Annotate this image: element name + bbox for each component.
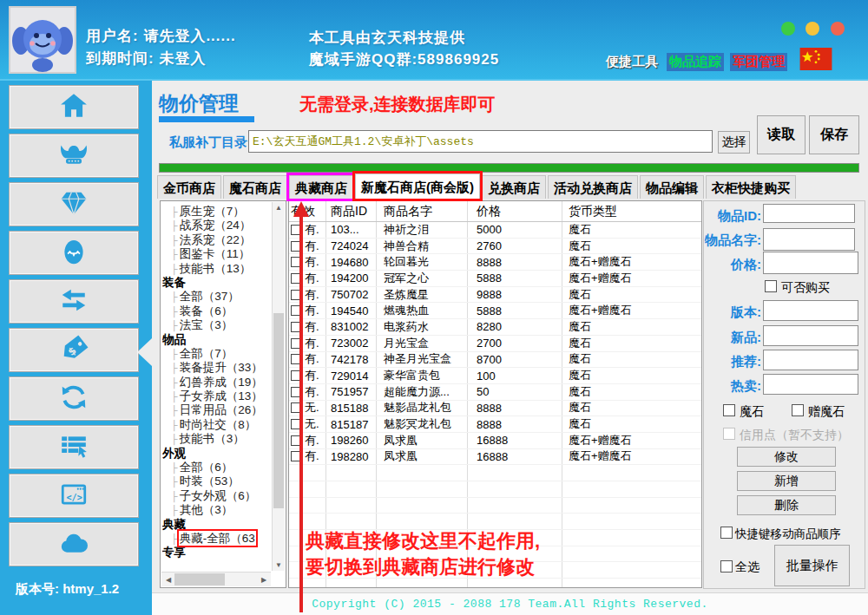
exchange-arrows-button[interactable] [9, 279, 139, 324]
hotkey-move-checkbox[interactable] [720, 527, 733, 539]
scroll-down-icon[interactable]: ▼ [273, 559, 285, 571]
save-button[interactable]: 保存 [809, 115, 859, 154]
magic-stone-checkbox[interactable] [723, 404, 735, 416]
table-edit-button[interactable] [9, 425, 139, 469]
delete-button[interactable]: 删除 [737, 495, 836, 515]
modify-button[interactable]: 修改 [737, 447, 836, 467]
tree-item[interactable]: ├子女养成（13） [162, 389, 271, 403]
tree-item[interactable]: ├幻兽养成（19） [162, 376, 271, 389]
code-window-button[interactable]: </> [9, 474, 139, 518]
patch-dir-input[interactable] [248, 130, 713, 153]
item-tracking-link[interactable]: 物品追踪 [667, 53, 724, 71]
red-dot-icon[interactable] [831, 22, 845, 36]
scroll-thumb[interactable] [273, 313, 284, 508]
tab-gold-shop[interactable]: 金币商店 [157, 175, 221, 199]
column-header[interactable]: 商品ID [326, 201, 377, 221]
tree-item[interactable]: ├法系宠（22） [162, 233, 271, 247]
table-row[interactable] [289, 481, 701, 498]
add-button[interactable]: 新增 [737, 471, 836, 491]
table-row[interactable]: 有.742178神圣月光宝盒8700魔石 [289, 352, 701, 369]
column-header[interactable]: 价格 [468, 201, 562, 221]
table-row[interactable]: 无.815187魅影冥龙礼包8888魔石 [289, 416, 701, 433]
legion-manage-link[interactable]: 军团管理 [730, 53, 787, 71]
table-row[interactable]: 有.729014豪华富贵包100魔石 [289, 368, 701, 384]
batch-operation-button[interactable]: 批量操作 [774, 545, 850, 586]
scroll-up-icon[interactable]: ▲ [273, 202, 285, 213]
table-row[interactable]: 有.103...神祈之泪5000魔石 [289, 222, 701, 239]
recommend-input[interactable] [763, 350, 858, 370]
table-row[interactable]: 有.831002电浆药水8280魔石 [289, 319, 701, 336]
tree-horizontal-scrollbar[interactable]: ◀ ▶ [161, 572, 271, 586]
tree-item[interactable]: ├子女外观（6） [162, 489, 271, 503]
tab-item-edit[interactable]: 物品编辑 [640, 175, 704, 199]
tab-exchange-shop[interactable]: 兑换商店 [482, 175, 546, 199]
tree-item[interactable]: 典藏 [162, 518, 271, 532]
tree-item[interactable]: 装备 [162, 276, 271, 290]
tree-item[interactable]: ├全部（6） [162, 461, 271, 474]
table-row[interactable]: 有.194200冠军之心5888魔石+赠魔石 [289, 271, 701, 287]
green-dot-icon[interactable] [781, 22, 795, 36]
tree-item[interactable]: 专享 [162, 546, 271, 559]
quick-tools-link[interactable]: 便捷工具 [603, 53, 661, 71]
table-row[interactable] [289, 498, 701, 514]
table-row[interactable]: 有.194540燃魂热血5888魔石+赠魔石 [289, 303, 701, 319]
scroll-left-icon[interactable]: ◀ [163, 573, 174, 586]
buyable-checkbox[interactable] [765, 280, 777, 292]
new-input[interactable] [763, 325, 858, 346]
egg-button[interactable] [9, 231, 139, 275]
tree-item[interactable]: ├全部（7） [162, 347, 271, 361]
tree-item[interactable]: ├时装（53） [162, 474, 271, 488]
tree-item[interactable]: ├原生宠（7） [162, 205, 271, 219]
table-row[interactable]: 有.198280凤求凰16888魔石+赠魔石 [289, 449, 701, 466]
tree-item[interactable]: ├装备提升（33） [162, 361, 271, 375]
tab-magic-stone-shop[interactable]: 魔石商店 [223, 175, 287, 199]
scroll-thumb[interactable] [174, 573, 225, 586]
table-row[interactable]: 有.751957超能魔力源...50魔石 [289, 384, 701, 401]
select-all-checkbox[interactable] [720, 560, 733, 572]
gift-magic-stone-checkbox[interactable] [792, 404, 804, 416]
tab-activity-exchange-shop[interactable]: 活动兑换商店 [548, 175, 638, 199]
tree-item[interactable]: ├技能书（3） [162, 432, 271, 446]
read-button[interactable]: 读取 [757, 115, 806, 154]
hot-input[interactable] [763, 374, 858, 395]
tree-item[interactable]: ├技能书（13） [162, 262, 271, 276]
tree-item[interactable]: ├图鉴卡（11） [162, 247, 271, 261]
tree-item[interactable]: ├装备（6） [162, 304, 271, 318]
avatar[interactable] [9, 6, 76, 74]
item-name-input[interactable] [763, 228, 855, 251]
table-row[interactable]: 有.724024神兽合精2760魔石 [289, 239, 701, 255]
table-row[interactable]: 无.815188魅影晶龙礼包8888魔石 [289, 401, 701, 417]
table-row[interactable]: 有.194680轮回暮光8888魔石+赠魔石 [289, 254, 701, 271]
cloud-button[interactable] [9, 522, 139, 566]
item-id-input[interactable] [763, 204, 855, 223]
price-input[interactable] [763, 252, 858, 274]
tab-collection-shop[interactable]: 典藏商店 [289, 175, 353, 199]
tree-item[interactable]: 外观 [162, 447, 271, 461]
viking-helmet-button[interactable] [9, 134, 139, 178]
choose-button[interactable]: 选择 [718, 131, 750, 154]
table-row[interactable] [289, 465, 701, 481]
column-header[interactable]: 货币类型 [562, 201, 701, 221]
tab-wardrobe-quick-buy[interactable]: 衣柜快捷购买 [706, 175, 796, 199]
tree-item[interactable]: ├典藏-全部（63 [162, 532, 271, 546]
yellow-dot-icon[interactable] [806, 22, 819, 36]
tab-new-magic-stone-shop[interactable]: 新魔石商店(商会版) [355, 173, 480, 199]
diamond-button[interactable] [9, 182, 139, 226]
table-row[interactable]: 有.750702圣炼魔星9888魔石 [289, 287, 701, 304]
scroll-right-icon[interactable]: ▶ [259, 573, 269, 586]
home-button[interactable] [9, 85, 139, 129]
price-tag-button[interactable]: $ [9, 328, 139, 372]
version-input[interactable] [763, 300, 858, 321]
tree-item[interactable]: ├战系宠（24） [162, 219, 271, 232]
refresh-button[interactable] [9, 376, 139, 421]
tree-item[interactable]: ├法宝（3） [162, 318, 271, 332]
tree-item[interactable]: 物品 [162, 333, 271, 347]
tree-vertical-scrollbar[interactable]: ▲ ▼ [272, 202, 285, 571]
table-row[interactable]: 有.198260凤求凰16888魔石+赠魔石 [289, 433, 701, 449]
column-header[interactable]: 商品名字 [377, 201, 468, 221]
tree-item[interactable]: ├其他（3） [162, 503, 271, 517]
table-row[interactable]: 有.723002月光宝盒2700魔石 [289, 336, 701, 352]
tree-item[interactable]: ├全部（37） [162, 290, 271, 304]
tree-item[interactable]: ├时尚社交（8） [162, 418, 271, 432]
tree-item[interactable]: ├日常用品（26） [162, 403, 271, 417]
